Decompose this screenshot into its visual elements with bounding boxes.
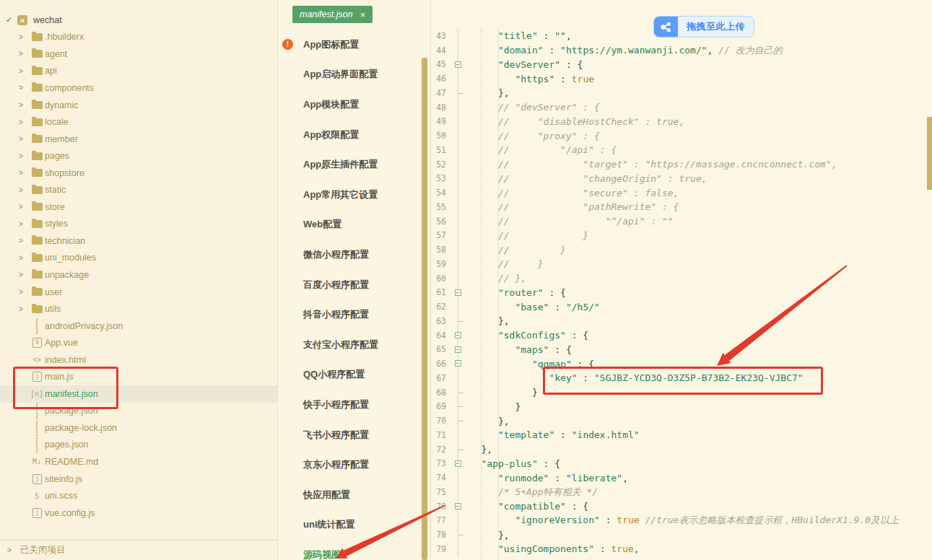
tree-folder-item[interactable]: >unpackage <box>0 266 277 284</box>
chevron-right-icon[interactable]: > <box>19 271 26 279</box>
config-nav-item[interactable]: Web配置 <box>278 210 430 240</box>
editor-scrollbar-thumb[interactable] <box>927 117 932 190</box>
tree-file-item[interactable]: Suni.scss <box>0 487 277 504</box>
chevron-right-icon[interactable]: > <box>19 84 26 92</box>
chevron-right-icon[interactable]: > <box>19 186 26 194</box>
config-nav-item[interactable]: 飞书小程序配置 <box>278 420 430 450</box>
tab-manifest-json[interactable]: manifest.json × <box>292 6 373 23</box>
tree-file-item[interactable]: jsiteinfo.js <box>0 471 277 488</box>
json-file-icon: [ ] <box>30 420 43 436</box>
code-area[interactable]: 43 "title" : "",44 "domain" : "https://y… <box>431 29 932 556</box>
fold-collapse-icon[interactable] <box>455 289 461 296</box>
config-scrollbar-thumb[interactable] <box>422 58 427 560</box>
code-token: "title" <box>498 30 538 41</box>
close-icon[interactable]: × <box>360 9 366 20</box>
config-nav-item[interactable]: 百度小程序配置 <box>278 270 430 300</box>
tree-file-item[interactable]: M↓README.md <box>0 453 277 471</box>
chevron-right-icon[interactable]: > <box>19 33 26 41</box>
tree-folder-item[interactable]: >store <box>0 198 277 216</box>
tree-item-project[interactable]: ✓uwechat <box>0 12 277 29</box>
tree-file-item[interactable]: <>index.html <box>0 351 277 369</box>
tree-folder-item[interactable]: >member <box>0 131 277 148</box>
fold-collapse-icon[interactable] <box>455 460 461 467</box>
tree-folder-item[interactable]: >user <box>0 284 277 301</box>
config-nav-item[interactable]: App模块配置 <box>278 89 430 120</box>
chevron-right-icon[interactable]: > <box>19 50 26 58</box>
config-nav-item[interactable]: !App图标配置 <box>278 30 430 60</box>
code-token <box>464 330 498 341</box>
config-nav-item[interactable]: App常用其它设置 <box>278 180 430 210</box>
config-nav-item[interactable]: QQ小程序配置 <box>278 360 430 390</box>
code-editor[interactable]: 43 "title" : "",44 "domain" : "https://y… <box>431 0 932 560</box>
tree-folder-item[interactable]: >components <box>0 79 277 97</box>
line-number: 60 <box>431 274 453 284</box>
tree-file-item[interactable]: [ ]package-lock.json <box>0 419 277 437</box>
closed-projects-row[interactable]: > 已关闭项目 <box>0 540 277 560</box>
config-nav-item[interactable]: App原生插件配置 <box>278 149 430 180</box>
chevron-expanded-icon[interactable]: ✓ <box>6 15 17 25</box>
tree-file-item[interactable]: [ ]pages.json <box>0 437 277 454</box>
chevron-right-icon[interactable]: > <box>19 169 26 177</box>
fold-collapse-icon[interactable] <box>455 503 461 509</box>
chevron-right-icon[interactable]: > <box>19 203 26 211</box>
fold-collapse-icon[interactable] <box>455 332 461 338</box>
tree-file-item[interactable]: jvue.config.js <box>0 504 277 522</box>
fold-gutter[interactable] <box>453 457 464 471</box>
config-nav-item[interactable]: 抖音小程序配置 <box>278 299 430 330</box>
tree-file-item[interactable]: [o]manifest.json <box>0 385 277 403</box>
line-number: 69 <box>431 401 453 411</box>
folder-icon <box>32 203 43 211</box>
tree-folder-item[interactable]: >technician <box>0 232 277 250</box>
tree-folder-item[interactable]: >dynamic <box>0 97 277 114</box>
fold-gutter[interactable] <box>453 328 464 343</box>
chevron-right-icon[interactable]: > <box>19 237 26 245</box>
tree-file-item[interactable]: VApp.vue <box>0 334 277 351</box>
chevron-right-icon[interactable]: > <box>19 305 26 313</box>
tree-folder-item[interactable]: >agent <box>0 45 277 63</box>
config-nav-item[interactable]: 源码视图 <box>278 540 430 560</box>
tree-file-item[interactable]: [ ]androidPrivacy.json <box>0 318 277 335</box>
tree-file-item[interactable]: jmain.js <box>0 368 277 385</box>
drag-upload-badge[interactable]: 拖拽至此上传 <box>653 16 754 38</box>
folder-icon <box>32 186 43 194</box>
fold-collapse-icon[interactable] <box>455 61 461 68</box>
code-token <box>464 372 549 383</box>
tree-folder-item[interactable]: >shopstore <box>0 165 277 182</box>
tree-folder-item[interactable]: >styles <box>0 216 277 233</box>
tree-file-item[interactable]: [ ]package.json <box>0 403 277 420</box>
config-nav-item[interactable]: 快应用配置 <box>278 480 430 510</box>
chevron-right-icon[interactable]: > <box>19 67 26 75</box>
fold-gutter[interactable] <box>453 286 464 300</box>
fold-gutter[interactable] <box>453 58 464 72</box>
chevron-right-icon[interactable]: > <box>19 220 26 228</box>
config-nav-item[interactable]: 京东小程序配置 <box>278 450 430 480</box>
chevron-right-icon[interactable]: > <box>19 118 26 126</box>
chevron-right-icon[interactable]: > <box>19 152 26 160</box>
tree-folder-item[interactable]: >utils <box>0 300 277 318</box>
chevron-right-icon[interactable]: > <box>19 135 26 143</box>
config-nav-item[interactable]: App启动界面配置 <box>278 60 430 90</box>
fold-gutter[interactable] <box>453 356 464 371</box>
tree-folder-item[interactable]: >.hbuilderx <box>0 29 277 46</box>
config-nav-item[interactable]: 支付宝小程序配置 <box>278 330 430 360</box>
fold-gutter[interactable] <box>453 343 464 357</box>
fold-collapse-icon[interactable] <box>455 346 461 353</box>
tree-folder-item[interactable]: >uni_modules <box>0 250 277 267</box>
chevron-right-icon[interactable]: > <box>19 101 26 109</box>
chevron-right-icon[interactable]: > <box>19 288 26 296</box>
folder-icon <box>32 254 43 262</box>
config-nav-item[interactable]: 快手小程序配置 <box>278 390 430 420</box>
code-token: "compatible" <box>498 501 566 512</box>
config-nav-item[interactable]: uni统计配置 <box>278 510 430 541</box>
markdown-file-icon: M↓ <box>30 458 43 465</box>
chevron-right-icon[interactable]: > <box>19 254 26 262</box>
tree-folder-item[interactable]: >pages <box>0 147 277 165</box>
config-nav-item[interactable]: 微信小程序配置 <box>278 240 430 270</box>
tree-folder-item[interactable]: >api <box>0 63 277 80</box>
fold-collapse-icon[interactable] <box>455 360 461 367</box>
fold-gutter[interactable] <box>453 499 464 514</box>
tree-folder-item[interactable]: >locale <box>0 113 277 131</box>
tree-folder-item[interactable]: >static <box>0 181 277 198</box>
config-nav-item[interactable]: App权限配置 <box>278 120 430 150</box>
code-line: 62 "base" : "/h5/" <box>431 299 932 314</box>
